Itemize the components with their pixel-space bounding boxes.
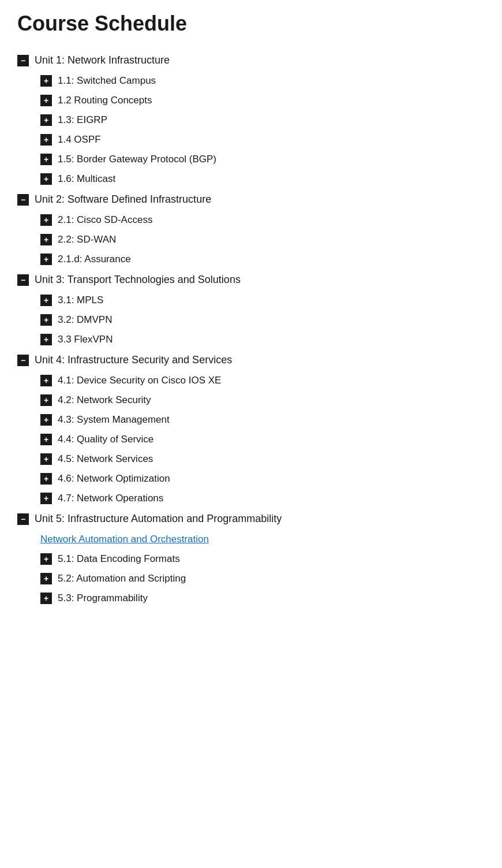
plus-icon: + bbox=[40, 234, 52, 245]
sub-item-label-4-3: 4.3: System Management bbox=[58, 414, 170, 426]
sub-item-1-4: +1.4 OSPF bbox=[17, 130, 485, 150]
plus-icon: + bbox=[40, 75, 52, 87]
unit-item-2: −Unit 2: Software Defined Infrastructure… bbox=[17, 189, 485, 269]
sub-item-1-1: +1.1: Switched Campus bbox=[17, 71, 485, 91]
plus-icon: + bbox=[40, 154, 52, 165]
sub-item-row-1-2[interactable]: +1.2 Routing Concepts bbox=[17, 91, 485, 110]
sub-item-label-2-2: 2.2: SD-WAN bbox=[58, 234, 116, 245]
unit-toggle-4[interactable]: −Unit 4: Infrastructure Security and Ser… bbox=[17, 349, 485, 371]
sub-item-row-5-2[interactable]: +5.2: Automation and Scripting bbox=[17, 569, 485, 588]
sub-item-row-2-1d[interactable]: +2.1.d: Assurance bbox=[17, 249, 485, 269]
sub-item-row-5-3[interactable]: +5.3: Programmability bbox=[17, 588, 485, 608]
unit-subitems-3: +3.1: MPLS+3.2: DMVPN+3.3 FlexVPN bbox=[17, 290, 485, 349]
sub-item-row-3-2[interactable]: +3.2: DMVPN bbox=[17, 310, 485, 330]
unit-toggle-3[interactable]: −Unit 3: Transport Technologies and Solu… bbox=[17, 269, 485, 290]
sub-item-label-1-5: 1.5: Border Gateway Protocol (BGP) bbox=[58, 154, 216, 165]
sub-item-4-6: +4.6: Network Optimization bbox=[17, 469, 485, 489]
unit-toggle-5[interactable]: −Unit 5: Infrastructure Automation and P… bbox=[17, 508, 485, 530]
sub-item-5-2: +5.2: Automation and Scripting bbox=[17, 569, 485, 588]
plus-icon: + bbox=[40, 593, 52, 604]
sub-item-label-2-1: 2.1: Cisco SD-Access bbox=[58, 214, 152, 226]
sub-item-row-4-6[interactable]: +4.6: Network Optimization bbox=[17, 469, 485, 489]
sub-item-4-7: +4.7: Network Operations bbox=[17, 489, 485, 508]
plus-icon: + bbox=[40, 553, 52, 565]
sub-item-row-1-1[interactable]: +1.1: Switched Campus bbox=[17, 71, 485, 91]
sub-item-4-2: +4.2: Network Security bbox=[17, 390, 485, 410]
sub-item-label-2-1d: 2.1.d: Assurance bbox=[58, 254, 131, 265]
sub-item-label-1-1: 1.1: Switched Campus bbox=[58, 75, 156, 87]
sub-item-1-5: +1.5: Border Gateway Protocol (BGP) bbox=[17, 150, 485, 169]
unit-label-5: Unit 5: Infrastructure Automation and Pr… bbox=[35, 513, 282, 525]
sub-item-2-1: +2.1: Cisco SD-Access bbox=[17, 210, 485, 230]
plus-icon: + bbox=[40, 375, 52, 386]
sub-item-row-1-4[interactable]: +1.4 OSPF bbox=[17, 130, 485, 150]
unit-link-anchor-5[interactable]: Network Automation and Orchestration bbox=[17, 530, 485, 549]
sub-item-4-5: +4.5: Network Services bbox=[17, 449, 485, 469]
unit-item-4: −Unit 4: Infrastructure Security and Ser… bbox=[17, 349, 485, 508]
minus-icon: − bbox=[17, 55, 29, 66]
plus-icon: + bbox=[40, 254, 52, 265]
sub-item-row-4-2[interactable]: +4.2: Network Security bbox=[17, 390, 485, 410]
sub-item-2-1d: +2.1.d: Assurance bbox=[17, 249, 485, 269]
minus-icon: − bbox=[17, 513, 29, 525]
sub-item-label-1-4: 1.4 OSPF bbox=[58, 134, 101, 146]
minus-icon: − bbox=[17, 194, 29, 206]
unit-subitems-4: +4.1: Device Security on Cisco IOS XE+4.… bbox=[17, 371, 485, 508]
sub-item-row-1-6[interactable]: +1.6: Multicast bbox=[17, 169, 485, 189]
sub-item-row-3-1[interactable]: +3.1: MPLS bbox=[17, 290, 485, 310]
plus-icon: + bbox=[40, 314, 52, 326]
sub-item-row-3-3[interactable]: +3.3 FlexVPN bbox=[17, 330, 485, 349]
sub-item-5-1: +5.1: Data Encoding Formats bbox=[17, 549, 485, 569]
sub-item-4-3: +4.3: System Management bbox=[17, 410, 485, 430]
plus-icon: + bbox=[40, 493, 52, 504]
sub-item-row-2-2[interactable]: +2.2: SD-WAN bbox=[17, 230, 485, 249]
course-tree: −Unit 1: Network Infrastructure+1.1: Swi… bbox=[17, 50, 485, 608]
sub-item-row-4-4[interactable]: +4.4: Quality of Service bbox=[17, 430, 485, 449]
unit-item-3: −Unit 3: Transport Technologies and Solu… bbox=[17, 269, 485, 349]
sub-item-row-4-1[interactable]: +4.1: Device Security on Cisco IOS XE bbox=[17, 371, 485, 390]
unit-link-5: Network Automation and Orchestration bbox=[17, 530, 485, 549]
unit-item-5: −Unit 5: Infrastructure Automation and P… bbox=[17, 508, 485, 608]
sub-item-label-4-2: 4.2: Network Security bbox=[58, 394, 151, 406]
unit-toggle-1[interactable]: −Unit 1: Network Infrastructure bbox=[17, 50, 485, 71]
unit-label-2: Unit 2: Software Defined Infrastructure bbox=[35, 193, 211, 206]
unit-item-1: −Unit 1: Network Infrastructure+1.1: Swi… bbox=[17, 50, 485, 189]
sub-item-3-1: +3.1: MPLS bbox=[17, 290, 485, 310]
unit-label-3: Unit 3: Transport Technologies and Solut… bbox=[35, 274, 241, 286]
plus-icon: + bbox=[40, 114, 52, 126]
sub-item-3-3: +3.3 FlexVPN bbox=[17, 330, 485, 349]
sub-item-row-5-1[interactable]: +5.1: Data Encoding Formats bbox=[17, 549, 485, 569]
sub-item-1-3: +1.3: EIGRP bbox=[17, 110, 485, 130]
sub-item-label-4-4: 4.4: Quality of Service bbox=[58, 434, 153, 445]
sub-item-row-4-3[interactable]: +4.3: System Management bbox=[17, 410, 485, 430]
sub-item-label-3-1: 3.1: MPLS bbox=[58, 295, 103, 306]
minus-icon: − bbox=[17, 355, 29, 366]
plus-icon: + bbox=[40, 95, 52, 106]
sub-item-row-2-1[interactable]: +2.1: Cisco SD-Access bbox=[17, 210, 485, 230]
plus-icon: + bbox=[40, 394, 52, 406]
sub-item-label-3-2: 3.2: DMVPN bbox=[58, 314, 112, 326]
sub-item-2-2: +2.2: SD-WAN bbox=[17, 230, 485, 249]
sub-item-1-2: +1.2 Routing Concepts bbox=[17, 91, 485, 110]
plus-icon: + bbox=[40, 473, 52, 485]
sub-item-label-1-3: 1.3: EIGRP bbox=[58, 114, 107, 126]
plus-icon: + bbox=[40, 334, 52, 345]
sub-item-label-5-2: 5.2: Automation and Scripting bbox=[58, 573, 186, 584]
page-title: Course Schedule bbox=[17, 12, 485, 36]
sub-item-row-4-7[interactable]: +4.7: Network Operations bbox=[17, 489, 485, 508]
sub-item-row-1-3[interactable]: +1.3: EIGRP bbox=[17, 110, 485, 130]
plus-icon: + bbox=[40, 573, 52, 584]
plus-icon: + bbox=[40, 173, 52, 185]
unit-toggle-2[interactable]: −Unit 2: Software Defined Infrastructure bbox=[17, 189, 485, 210]
sub-item-label-4-7: 4.7: Network Operations bbox=[58, 493, 163, 504]
sub-item-row-4-5[interactable]: +4.5: Network Services bbox=[17, 449, 485, 469]
sub-item-label-4-6: 4.6: Network Optimization bbox=[58, 473, 170, 485]
sub-item-row-1-5[interactable]: +1.5: Border Gateway Protocol (BGP) bbox=[17, 150, 485, 169]
sub-item-4-4: +4.4: Quality of Service bbox=[17, 430, 485, 449]
unit-label-4: Unit 4: Infrastructure Security and Serv… bbox=[35, 354, 232, 366]
sub-item-5-3: +5.3: Programmability bbox=[17, 588, 485, 608]
plus-icon: + bbox=[40, 295, 52, 306]
plus-icon: + bbox=[40, 134, 52, 146]
unit-label-1: Unit 1: Network Infrastructure bbox=[35, 54, 170, 66]
sub-item-label-1-2: 1.2 Routing Concepts bbox=[58, 95, 152, 106]
